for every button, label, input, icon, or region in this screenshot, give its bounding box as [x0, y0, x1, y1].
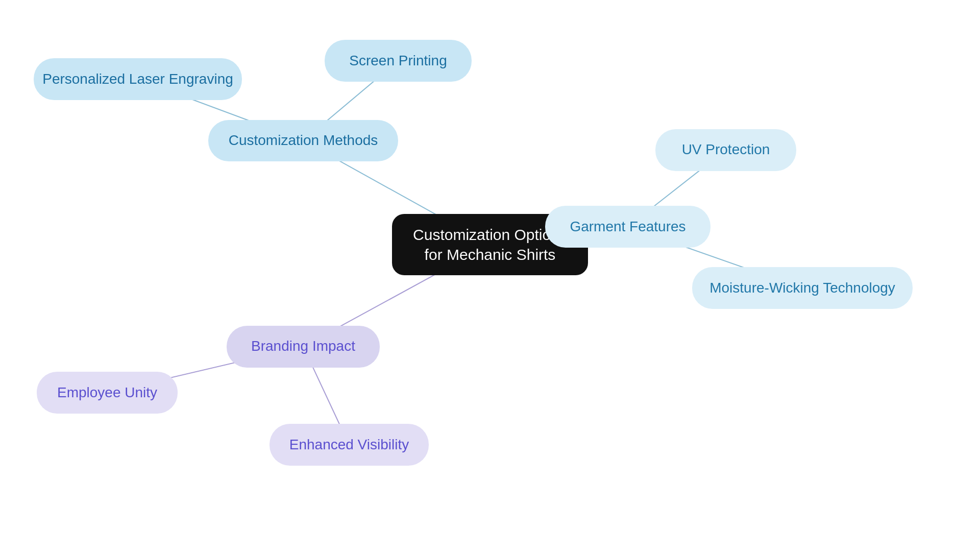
node-label-screen: Screen Printing: [349, 52, 447, 70]
node-label-garment: Garment Features: [570, 218, 685, 236]
node-label-branding: Branding Impact: [251, 337, 355, 355]
node-label-employee: Employee Unity: [57, 383, 157, 402]
node-screen: Screen Printing: [325, 40, 472, 82]
node-garment: Garment Features: [545, 206, 710, 248]
mindmap-container: Customization Options for Mechanic Shirt…: [0, 0, 980, 553]
node-enhanced: Enhanced Visibility: [270, 424, 429, 466]
node-label-laser: Personalized Laser Engraving: [42, 70, 233, 88]
node-employee: Employee Unity: [37, 372, 178, 414]
node-laser: Personalized Laser Engraving: [34, 58, 242, 100]
node-customization: Customization Methods: [208, 120, 398, 162]
node-label-enhanced: Enhanced Visibility: [289, 436, 409, 454]
node-moisture: Moisture-Wicking Technology: [692, 267, 913, 309]
node-label-customization: Customization Methods: [229, 131, 378, 150]
node-label-uv: UV Protection: [682, 140, 770, 159]
node-uv: UV Protection: [655, 129, 796, 171]
node-label-moisture: Moisture-Wicking Technology: [709, 279, 895, 297]
node-branding: Branding Impact: [227, 326, 380, 368]
